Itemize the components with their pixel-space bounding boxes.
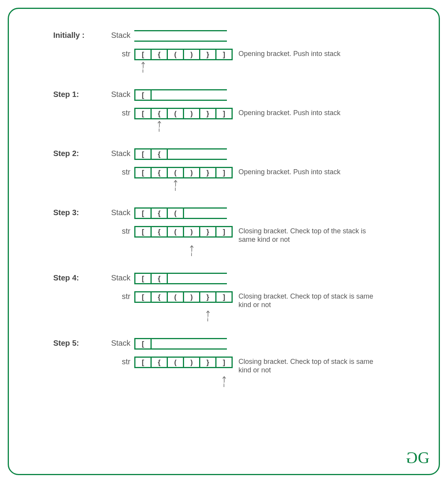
str-cell: ) [183, 108, 200, 119]
str-cell: { [150, 357, 168, 368]
pointer-arrow-icon: i [189, 245, 194, 257]
stack-label: Stack [98, 273, 134, 282]
pointer-row: i [20, 178, 427, 194]
spacer [20, 291, 98, 292]
str-cell: ] [215, 167, 233, 178]
step-0: Initially :Stackstr[{()}]Opening bracket… [20, 30, 427, 76]
pointer-arrow-icon: i [173, 179, 178, 192]
step-description: Closing bracket. Check top of stack is s… [238, 357, 374, 374]
step-title: Step 1: [20, 89, 98, 99]
str-boxes: [{()}] [134, 108, 233, 119]
step-4: Step 4:Stack[{str[{()}]Closing bracket. … [20, 273, 427, 324]
str-row: str[{()}]Closing bracket. Check top of s… [20, 357, 427, 374]
pointer-label: i [189, 251, 194, 257]
str-cell: { [150, 167, 168, 178]
str-cell: ( [167, 291, 184, 303]
pointer-label: i [221, 382, 227, 388]
str-cell: } [199, 226, 216, 238]
step-5: Step 5:Stack[str[{()}]Closing bracket. C… [20, 338, 427, 390]
str-cell: ] [215, 226, 233, 238]
str-row: str[{()}]Closing bracket. Check top of s… [20, 291, 427, 309]
stack-cell: { [150, 274, 168, 283]
pointer-label: i [173, 185, 178, 192]
str-cell: ( [167, 49, 184, 60]
str-cell: ] [215, 49, 233, 60]
str-cell: } [199, 357, 216, 368]
stack-box: [ [134, 89, 227, 101]
str-cell: ) [183, 49, 200, 60]
pointer-arrow-icon: i [221, 375, 227, 388]
pointer-row: i [20, 244, 427, 259]
step-1: Step 1:Stack[str[{()}]Opening bracket. P… [20, 89, 427, 135]
step-description: Opening bracket. Push into stack [238, 167, 340, 177]
stack-box: [{ [134, 273, 227, 284]
spacer [20, 357, 98, 357]
stack-box [134, 30, 227, 42]
stack-box: [ [134, 338, 227, 350]
str-cell: } [199, 108, 216, 119]
str-cell: } [199, 291, 216, 303]
str-cell: ( [167, 226, 184, 238]
str-label: str [98, 49, 134, 58]
str-row: str[{()}]Opening bracket. Push into stac… [20, 108, 427, 119]
str-cell: [ [134, 167, 152, 178]
str-cell: { [150, 108, 168, 119]
step-description: Opening bracket. Push into stack [238, 49, 340, 58]
str-label: str [98, 291, 134, 301]
step-description: Closing bracket. Check top of the stack … [238, 226, 374, 244]
stack-cell: [ [134, 339, 152, 348]
stack-label: Stack [98, 207, 134, 217]
str-label: str [98, 226, 134, 236]
str-boxes: [{()}] [134, 291, 233, 303]
str-row: str[{()}]Closing bracket. Check top of t… [20, 226, 427, 244]
pointer-label: i [205, 316, 211, 323]
diagram-frame: Initially :Stackstr[{()}]Opening bracket… [8, 8, 440, 475]
stack-row: Step 2:Stack[{ [20, 148, 427, 160]
step-3: Step 3:Stack[{(str[{()}]Closing bracket.… [20, 207, 427, 259]
pointer-arrow-icon: i [205, 310, 211, 323]
str-cell: ) [183, 357, 200, 368]
str-cell: ) [183, 167, 200, 178]
pointer-row: i [20, 119, 427, 135]
pointer-label: i [157, 126, 162, 133]
str-label: str [98, 357, 134, 366]
stack-row: Step 3:Stack[{( [20, 207, 427, 219]
spacer [20, 167, 98, 168]
str-cell: { [150, 226, 168, 238]
str-row: str[{()}]Opening bracket. Push into stac… [20, 49, 427, 60]
str-label: str [98, 108, 134, 117]
step-title: Step 5: [20, 338, 98, 348]
stack-cell: { [150, 209, 168, 218]
stack-label: Stack [98, 89, 134, 99]
str-cell: ] [215, 291, 233, 303]
step-title: Initially : [20, 30, 98, 40]
str-cell: ] [215, 108, 233, 119]
str-cell: [ [134, 291, 152, 303]
stack-cell: [ [134, 90, 152, 100]
str-cell: { [150, 291, 168, 303]
stack-cell: { [150, 149, 168, 159]
str-cell: ) [183, 226, 200, 238]
stack-row: Initially :Stack [20, 30, 427, 42]
str-cell: { [150, 49, 168, 60]
pointer-arrow-icon: i [157, 120, 162, 133]
stack-row: Step 5:Stack[ [20, 338, 427, 350]
str-cell: ( [167, 357, 184, 368]
spacer [20, 226, 98, 227]
step-title: Step 4: [20, 273, 98, 282]
stack-cell: [ [134, 149, 152, 159]
stack-box: [{ [134, 148, 227, 160]
str-cell: [ [134, 108, 152, 119]
stack-label: Stack [98, 148, 134, 158]
str-boxes: [{()}] [134, 357, 233, 368]
pointer-row: i [20, 375, 427, 390]
str-label: str [98, 167, 134, 177]
spacer [20, 49, 98, 49]
stack-row: Step 4:Stack[{ [20, 273, 427, 284]
str-cell: } [199, 167, 216, 178]
str-row: str[{()}]Opening bracket. Push into stac… [20, 167, 427, 178]
step-title: Step 2: [20, 148, 98, 158]
step-description: Closing bracket. Check top of stack is s… [238, 291, 374, 309]
step-2: Step 2:Stack[{str[{()}]Opening bracket. … [20, 148, 427, 194]
str-boxes: [{()}] [134, 226, 233, 238]
